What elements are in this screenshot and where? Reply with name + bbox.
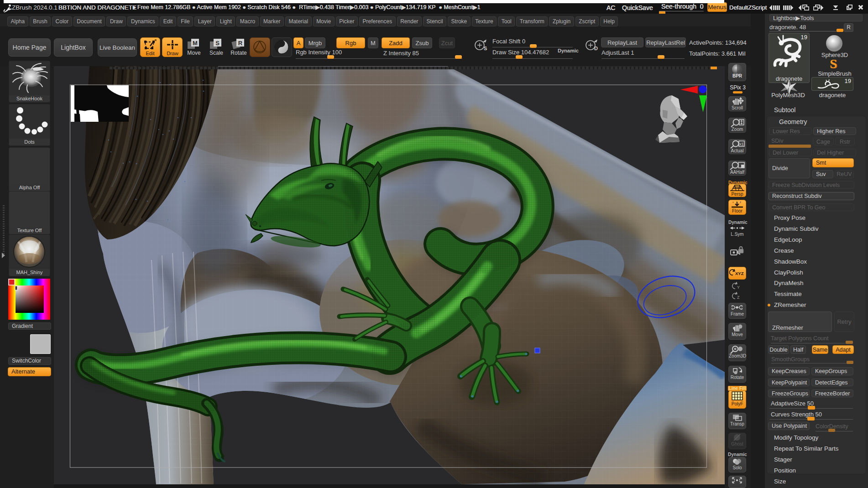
svg-text:M: M <box>193 40 198 47</box>
svg-text:z: z <box>740 201 741 203</box>
svg-text:Edit: Edit <box>146 51 155 56</box>
svg-text:Draw: Draw <box>167 51 178 56</box>
svg-text:S: S <box>830 57 837 70</box>
svg-text:Y: Y <box>737 285 740 290</box>
svg-text:Scale: Scale <box>209 50 223 56</box>
svg-text:x: x <box>732 201 734 203</box>
svg-text:S: S <box>484 46 487 51</box>
svg-text:XYZ: XYZ <box>735 271 744 276</box>
svg-text:S: S <box>215 40 220 47</box>
svg-text:D: D <box>594 46 598 51</box>
svg-text:Move: Move <box>187 50 201 56</box>
svg-text:x1: x1 <box>739 142 744 146</box>
svg-text:Rotate: Rotate <box>230 50 247 56</box>
svg-text:Z: Z <box>737 295 740 300</box>
svg-text:R: R <box>238 40 243 47</box>
